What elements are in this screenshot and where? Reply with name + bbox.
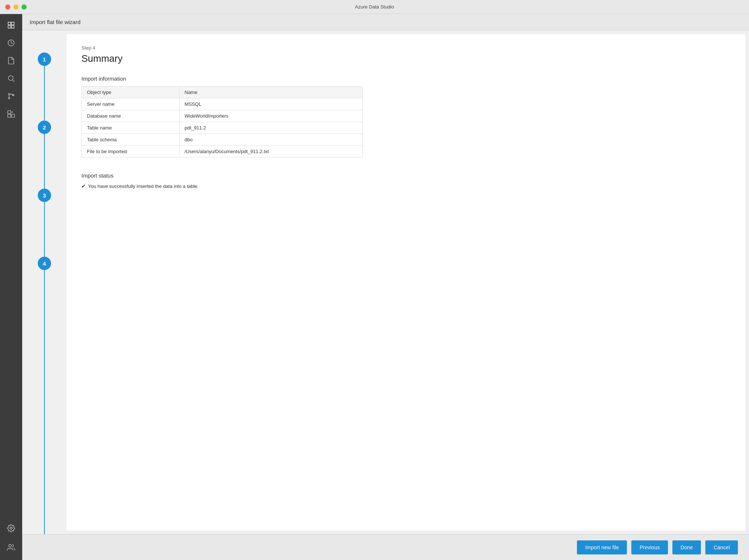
app-body: Import flat file wizard 1 2 3 4 Step 4 S… (0, 14, 749, 560)
sidebar-item-git[interactable] (3, 88, 19, 104)
step-label: Step 4 (81, 45, 730, 51)
name-cell: /Users/alanyu/Documents/pdt_911.2.txt (179, 146, 362, 158)
svg-point-8 (9, 98, 10, 99)
step-1: 1 (38, 53, 51, 66)
header-bar: Import flat file wizard (22, 14, 749, 30)
col-object-type: Object type (82, 87, 179, 98)
step-4: 4 (38, 257, 51, 270)
import-new-file-button[interactable]: Import new file (577, 540, 627, 554)
sidebar-item-history[interactable] (3, 35, 19, 51)
status-text: You have successfully inserted the data … (88, 183, 199, 189)
minimize-button[interactable] (13, 4, 19, 10)
svg-rect-0 (8, 22, 11, 25)
name-cell: pdt_911.2 (179, 122, 362, 134)
main-content: 1 2 3 4 Step 4 Summary Import informatio… (22, 30, 749, 534)
svg-rect-12 (11, 114, 14, 117)
svg-point-14 (9, 544, 11, 547)
sidebar-item-extensions[interactable] (3, 106, 19, 122)
object-type-cell: Database name (82, 110, 179, 122)
summary-title: Summary (81, 53, 730, 64)
status-message: ✔ You have successfully inserted the dat… (81, 183, 730, 189)
step-3: 3 (38, 189, 51, 202)
step-2: 2 (38, 121, 51, 134)
window-controls (5, 4, 27, 10)
sidebar-item-explorer[interactable] (3, 17, 19, 33)
object-type-cell: File to be imported (82, 146, 179, 158)
done-button[interactable]: Done (672, 540, 701, 554)
titlebar: Azure Data Studio (0, 0, 749, 14)
content-area: Import flat file wizard 1 2 3 4 Step 4 S… (22, 14, 749, 560)
footer: Import new file Previous Done Cancel (22, 534, 749, 560)
table-row: File to be imported/Users/alanyu/Documen… (82, 146, 363, 158)
name-cell: MSSQL (179, 98, 362, 110)
import-status-heading: Import status (81, 172, 730, 179)
app-title: Azure Data Studio (355, 4, 394, 10)
import-info-table: Object type Name Server nameMSSQLDatabas… (81, 86, 363, 158)
import-info-heading: Import information (81, 75, 730, 82)
sidebar-item-settings[interactable] (3, 520, 19, 536)
col-name: Name (179, 87, 362, 98)
sidebar-item-file[interactable] (3, 53, 19, 69)
name-cell: WideWorldImporters (179, 110, 362, 122)
name-cell: dbo (179, 134, 362, 146)
table-row: Table namepdt_911.2 (82, 122, 363, 134)
previous-button[interactable]: Previous (631, 540, 668, 554)
sidebar-item-account[interactable] (3, 539, 19, 556)
maximize-button[interactable] (21, 4, 27, 10)
stepper-sidebar: 1 2 3 4 (22, 30, 67, 534)
object-type-cell: Table name (82, 122, 179, 134)
cancel-button[interactable]: Cancel (705, 540, 738, 554)
svg-rect-11 (8, 114, 11, 117)
sidebar-item-search[interactable] (3, 70, 19, 87)
svg-point-7 (9, 94, 10, 95)
svg-rect-10 (8, 111, 11, 114)
page-title: Import flat file wizard (30, 19, 81, 25)
svg-line-6 (13, 80, 14, 82)
svg-rect-1 (11, 22, 14, 25)
object-type-cell: Table schema (82, 134, 179, 146)
svg-rect-2 (8, 26, 11, 28)
sidebar-bottom (3, 520, 19, 560)
table-row: Table schemadbo (82, 134, 363, 146)
import-status-section: Import status ✔ You have successfully in… (81, 172, 730, 189)
wizard-panel: Step 4 Summary Import information Object… (67, 34, 745, 530)
table-row: Database nameWideWorldImporters (82, 110, 363, 122)
svg-point-13 (10, 527, 12, 529)
close-button[interactable] (5, 4, 10, 10)
svg-point-5 (9, 76, 13, 81)
svg-rect-3 (11, 26, 14, 28)
sidebar (0, 14, 22, 560)
table-row: Server nameMSSQL (82, 98, 363, 110)
checkmark-icon: ✔ (81, 183, 86, 189)
object-type-cell: Server name (82, 98, 179, 110)
